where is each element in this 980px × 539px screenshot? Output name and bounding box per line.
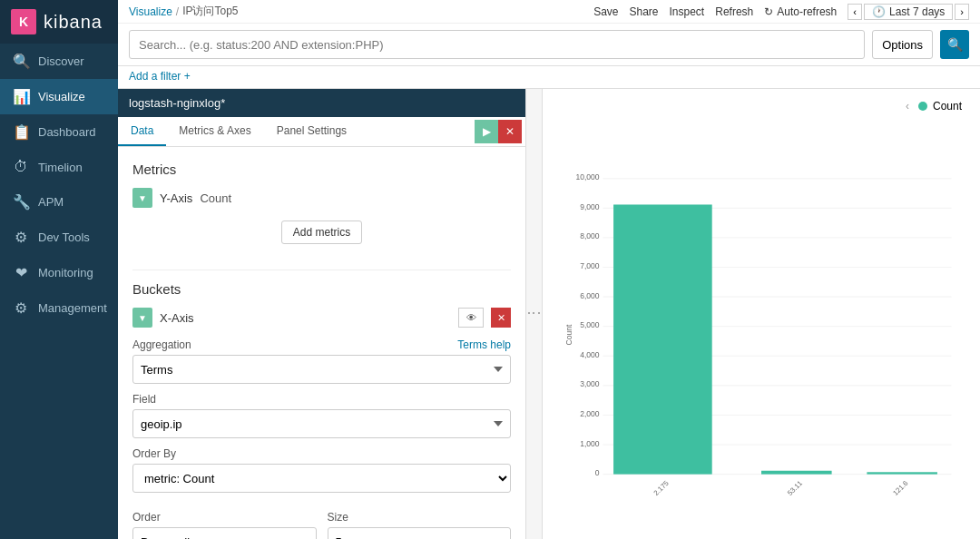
topbar-actions: Save Share Inspect Refresh ↻ Auto-refres…: [593, 4, 969, 20]
svg-text:5,000: 5,000: [580, 320, 600, 329]
svg-text:53.11: 53.11: [786, 479, 804, 497]
options-button[interactable]: Options: [872, 30, 933, 59]
svg-text:7,000: 7,000: [580, 261, 600, 270]
order-by-label: Order By: [132, 447, 511, 460]
svg-text:2,000: 2,000: [580, 409, 600, 418]
buckets-section-title: Buckets: [132, 281, 511, 297]
svg-text:Count: Count: [564, 324, 573, 345]
sidebar-item-devtools[interactable]: ⚙ Dev Tools: [0, 220, 118, 255]
y-axis-label: Y-Axis: [160, 191, 192, 205]
svg-text:4,000: 4,000: [580, 350, 600, 359]
svg-text:0: 0: [595, 468, 600, 477]
chart-panel: ‹ Count Count 10,000 9,000 8,000 7,000 6…: [543, 89, 980, 539]
time-nav-next[interactable]: ›: [955, 4, 969, 20]
order-size-row: Order Descendir Ascending Size: [132, 502, 511, 539]
metrics-section-title: Metrics: [132, 162, 511, 177]
save-button[interactable]: Save: [593, 5, 618, 18]
bar-2[interactable]: [761, 471, 832, 475]
sidebar-item-monitoring[interactable]: ❤ Monitoring: [0, 255, 118, 290]
sidebar-item-discover[interactable]: 🔍 Discover: [0, 44, 118, 79]
svg-text:1,000: 1,000: [580, 439, 600, 448]
tab-metrics-axes[interactable]: Metrics & Axes: [166, 117, 263, 146]
divider: [132, 270, 511, 270]
size-col: Size: [328, 502, 512, 539]
logo: K kibana: [0, 0, 118, 44]
add-filter-label: Add a filter +: [129, 70, 191, 83]
filter-bar: Add a filter +: [118, 66, 980, 89]
auto-refresh-toggle[interactable]: ↻ Auto-refresh: [764, 5, 837, 18]
sidebar-item-management-label: Management: [38, 301, 107, 315]
breadcrumb-visualize-link[interactable]: Visualize: [129, 5, 172, 18]
refresh-button[interactable]: Refresh: [715, 5, 753, 18]
svg-text:8,000: 8,000: [580, 231, 600, 240]
search-button[interactable]: 🔍: [940, 30, 969, 59]
management-icon: ⚙: [13, 299, 29, 317]
svg-text:3,000: 3,000: [580, 379, 600, 388]
devtools-icon: ⚙: [13, 229, 29, 246]
bucket-eye-btn[interactable]: 👁: [458, 308, 484, 328]
sidebar-item-monitoring-label: Monitoring: [38, 266, 93, 279]
metric-toggle-btn[interactable]: ▼: [132, 188, 152, 208]
metric-row: ▼ Y-Axis Count: [132, 188, 511, 208]
bucket-toggle-btn[interactable]: ▼: [132, 308, 152, 328]
breadcrumb: Visualize / IP访问Top5: [129, 4, 239, 19]
timelion-icon: ⏱: [13, 159, 29, 175]
sidebar-item-dashboard[interactable]: 📋 Dashboard: [0, 114, 118, 150]
breadcrumb-separator: /: [176, 5, 179, 18]
search-input[interactable]: [129, 30, 865, 59]
sidebar-item-discover-label: Discover: [38, 54, 84, 68]
share-button[interactable]: Share: [629, 5, 658, 18]
field-select[interactable]: geoip.ip clientip host: [132, 409, 511, 438]
add-metrics-button[interactable]: Add metrics: [281, 220, 362, 244]
refresh-icon: ↻: [764, 5, 773, 18]
chart-area: ‹ Count Count 10,000 9,000 8,000 7,000 6…: [543, 89, 980, 539]
monitoring-icon: ❤: [13, 264, 29, 281]
bucket-delete-btn[interactable]: ✕: [491, 308, 511, 328]
svg-text:10,000: 10,000: [576, 172, 600, 181]
sidebar-item-devtools-label: Dev Tools: [38, 230, 90, 244]
bar-3[interactable]: [867, 472, 937, 474]
sidebar-nav: 🔍 Discover 📊 Visualize 📋 Dashboard ⏱ Tim…: [0, 44, 118, 326]
discover-icon: 🔍: [13, 53, 29, 70]
aggregation-select[interactable]: Terms Histogram Date Histogram Range: [132, 355, 511, 384]
sidebar-item-visualize[interactable]: 📊 Visualize: [0, 79, 118, 114]
search-icon: 🔍: [947, 37, 963, 52]
tab-data[interactable]: Data: [118, 117, 166, 146]
sidebar-item-timelion-label: Timelion: [38, 161, 83, 174]
chart-nav-left-icon[interactable]: ‹: [906, 100, 909, 113]
size-input[interactable]: [328, 527, 512, 539]
time-range-picker[interactable]: 🕐 Last 7 days: [864, 4, 953, 20]
sidebar-item-timelion[interactable]: ⏱ Timelion: [0, 150, 118, 184]
sidebar-item-management[interactable]: ⚙ Management: [0, 290, 118, 326]
close-button[interactable]: ✕: [498, 120, 522, 143]
logo-text: kibana: [44, 12, 103, 33]
sidebar: K kibana 🔍 Discover 📊 Visualize 📋 Dashbo…: [0, 0, 118, 539]
logo-icon: K: [11, 9, 36, 34]
chart-legend: ‹ Count: [906, 100, 962, 113]
order-col: Order Descendir Ascending: [132, 502, 317, 539]
searchbar: Options 🔍: [118, 24, 980, 65]
size-label: Size: [328, 511, 512, 524]
sidebar-item-visualize-label: Visualize: [38, 90, 85, 103]
run-button[interactable]: ▶: [475, 120, 498, 143]
inspect-button[interactable]: Inspect: [670, 5, 705, 18]
time-nav-prev[interactable]: ‹: [848, 4, 862, 20]
order-by-select[interactable]: metric: Count Custom metric Alphabetical: [132, 464, 511, 493]
terms-help-link[interactable]: Terms help: [457, 338, 511, 351]
tab-panel-settings[interactable]: Panel Settings: [264, 117, 359, 146]
aggregation-label: Aggregation: [132, 338, 452, 351]
bar-chart: Count 10,000 9,000 8,000 7,000 6,000 5,0…: [557, 131, 965, 539]
order-select[interactable]: Descendir Ascending: [132, 527, 317, 539]
panel-title: logstash-nginxlog*: [118, 89, 525, 117]
dashboard-icon: 📋: [13, 123, 29, 141]
legend-label: Count: [933, 100, 962, 113]
bar-1[interactable]: [613, 204, 712, 474]
y-axis-value: Count: [200, 191, 231, 205]
svg-text:121.6: 121.6: [891, 479, 909, 497]
add-filter-link[interactable]: Add a filter +: [129, 70, 969, 83]
topbar: Visualize / IP访问Top5 Save Share Inspect …: [118, 0, 980, 66]
svg-text:6,000: 6,000: [580, 291, 600, 300]
sidebar-item-apm[interactable]: 🔧 APM: [0, 184, 118, 220]
main-content: Visualize / IP访问Top5 Save Share Inspect …: [118, 0, 980, 539]
sidebar-item-dashboard-label: Dashboard: [38, 125, 96, 139]
